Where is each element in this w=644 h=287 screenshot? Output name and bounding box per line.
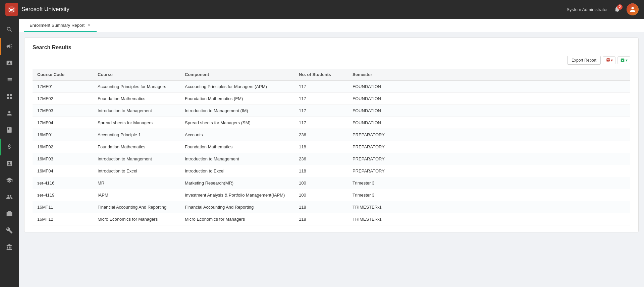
xls-dropdown-arrow: ▾	[626, 58, 628, 63]
cell-component: Accounting Principles for Managers (APM)	[180, 81, 294, 93]
table-row: 17MF04Spread sheets for ManagersSpread s…	[33, 117, 630, 129]
table-row: 16MF04Introduction to ExcelIntroduction …	[33, 165, 630, 177]
tab-bar: Enrollment Summary Report ✕	[19, 19, 644, 32]
cell-students: 118	[294, 165, 348, 177]
table-body: 17MF01Accounting Principles for Managers…	[33, 81, 630, 225]
tab-label: Enrollment Summary Report	[30, 23, 85, 28]
users-icon	[6, 194, 13, 201]
cell-semester: FOUNDATION	[348, 93, 630, 105]
cell-students: 236	[294, 153, 348, 165]
content-area: Search Results Export Report ▾ ▾ Course …	[19, 32, 644, 238]
pdf-dropdown-arrow: ▾	[611, 58, 613, 63]
cell-code: 17MF04	[33, 117, 93, 129]
cell-component: Financial Accounting And Reporting	[180, 201, 294, 213]
table-row: 17MF03Introduction to ManagementIntroduc…	[33, 105, 630, 117]
cell-students: 118	[294, 213, 348, 225]
xls-export-button[interactable]: ▾	[618, 56, 630, 64]
cell-course: Foundation Mathematics	[93, 93, 180, 105]
enrollment-table: Course Code Course Component No. of Stud…	[33, 69, 630, 225]
sidebar-item-person[interactable]	[0, 105, 19, 122]
cell-component: Introduction to Management (IM)	[180, 105, 294, 117]
table-row: ser-4119IAPMInvestment Analysis & Portfo…	[33, 189, 630, 201]
cell-code: ser-4116	[33, 177, 93, 189]
cell-students: 117	[294, 105, 348, 117]
cell-semester: PREPARATORY	[348, 141, 630, 153]
cell-component: Foundation Mathematics	[180, 141, 294, 153]
cell-code: 16MF01	[33, 129, 93, 141]
cell-component: Micro Economics for Managers	[180, 213, 294, 225]
cell-semester: PREPARATORY	[348, 165, 630, 177]
cell-code: 17MF02	[33, 93, 93, 105]
cell-component: Foundation Mathematics (FM)	[180, 93, 294, 105]
cell-component: Introduction to Excel	[180, 165, 294, 177]
sidebar-item-announcements[interactable]	[0, 38, 19, 55]
id-card-icon	[6, 60, 13, 67]
sidebar-item-grid[interactable]	[0, 88, 19, 105]
nav-right: System Administrator 2	[567, 3, 639, 15]
table-row: 16MT12Micro Economics for ManagersMicro …	[33, 213, 630, 225]
search-icon	[6, 26, 13, 34]
table-row: 16MF01Accounting Principle 1Accounts236P…	[33, 129, 630, 141]
active-bar-green	[0, 139, 1, 155]
sidebar-item-tools[interactable]	[0, 222, 19, 239]
table-row: ser-4116MRMarketing Research(MR)100Trime…	[33, 177, 630, 189]
sidebar-item-list[interactable]	[0, 72, 19, 88]
main-content: Enrollment Summary Report ✕ Search Resul…	[19, 19, 644, 287]
sidebar-item-book[interactable]	[0, 122, 19, 139]
search-results-card: Search Results Export Report ▾ ▾ Course …	[24, 38, 639, 232]
header-course-code: Course Code	[33, 69, 93, 81]
cell-course: Accounting Principle 1	[93, 129, 180, 141]
book-icon	[6, 127, 13, 134]
sidebar-item-idcard[interactable]	[0, 55, 19, 72]
notification-bell[interactable]: 2	[614, 6, 621, 13]
cell-students: 100	[294, 189, 348, 201]
cell-students: 117	[294, 81, 348, 93]
grid-icon	[6, 93, 13, 101]
cell-component: Marketing Research(MR)	[180, 177, 294, 189]
sidebar-item-certificate[interactable]	[0, 155, 19, 172]
sidebar	[0, 19, 19, 287]
sidebar-item-users[interactable]	[0, 189, 19, 206]
sidebar-item-briefcase[interactable]	[0, 206, 19, 222]
pdf-icon	[605, 58, 610, 63]
tab-close-button[interactable]: ✕	[87, 23, 91, 28]
logo-icon	[5, 3, 18, 16]
cell-code: 17MF03	[33, 105, 93, 117]
pdf-export-button[interactable]: ▾	[603, 56, 615, 64]
cell-semester: Trimester 3	[348, 177, 630, 189]
svg-point-0	[11, 9, 13, 11]
sidebar-item-graduation[interactable]	[0, 172, 19, 189]
sidebar-item-money[interactable]	[0, 139, 19, 155]
toolbar-row: Export Report ▾ ▾	[33, 56, 630, 65]
admin-name: System Administrator	[567, 7, 608, 12]
header-component: Component	[180, 69, 294, 81]
cell-component: Investment Analysis & Portfolio Manageme…	[180, 189, 294, 201]
cell-course: Spread sheets for Managers	[93, 117, 180, 129]
cell-course: MR	[93, 177, 180, 189]
table-row: 17MF02Foundation MathematicsFoundation M…	[33, 93, 630, 105]
sidebar-item-search[interactable]	[0, 21, 19, 38]
section-title: Search Results	[33, 45, 630, 51]
sidebar-item-bank[interactable]	[0, 239, 19, 256]
cell-course: Financial Accounting And Reporting	[93, 201, 180, 213]
cell-code: 16MT12	[33, 213, 93, 225]
app-name: Serosoft University	[21, 6, 69, 13]
tab-enrollment-summary[interactable]: Enrollment Summary Report ✕	[24, 19, 97, 32]
xls-icon	[620, 58, 625, 63]
cell-code: 17MF01	[33, 81, 93, 93]
bank-icon	[6, 244, 13, 252]
table-row: 16MF02Foundation MathematicsFoundation M…	[33, 141, 630, 153]
cell-course: Introduction to Excel	[93, 165, 180, 177]
cell-course: IAPM	[93, 189, 180, 201]
cell-semester: PREPARATORY	[348, 129, 630, 141]
cell-code: 16MF04	[33, 165, 93, 177]
avatar[interactable]	[627, 3, 639, 15]
table-row: 17MF01Accounting Principles for Managers…	[33, 81, 630, 93]
export-report-button[interactable]: Export Report	[567, 56, 601, 65]
cell-component: Spread sheets for Managers (SM)	[180, 117, 294, 129]
cell-course: Introduction to Management	[93, 153, 180, 165]
header-students: No. of Students	[294, 69, 348, 81]
graduation-icon	[6, 177, 13, 185]
table-row: 16MT11Financial Accounting And Reporting…	[33, 201, 630, 213]
cell-semester: FOUNDATION	[348, 117, 630, 129]
